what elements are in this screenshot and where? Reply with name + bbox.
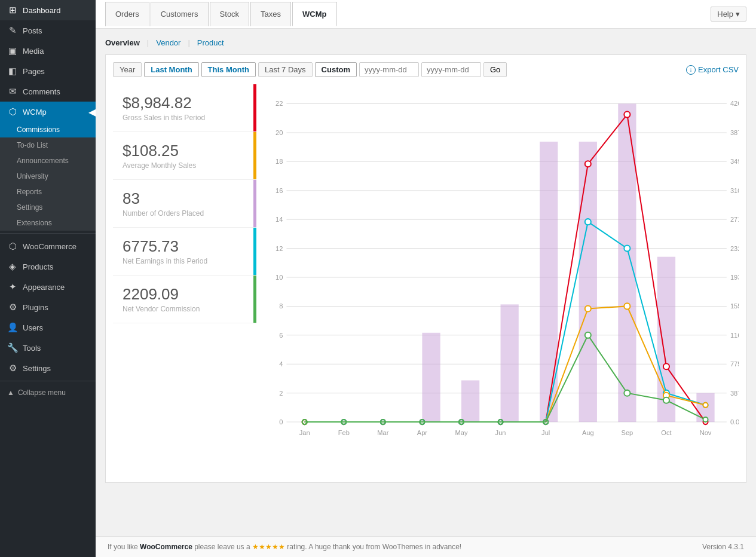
this-month-btn[interactable]: This Month bbox=[201, 62, 256, 77]
stat-avg-monthly: $108.25 Average Monthly Sales bbox=[113, 132, 256, 180]
sidebar-item-announcements[interactable]: Announcements bbox=[0, 153, 96, 169]
svg-text:1551.51: 1551.51 bbox=[730, 302, 739, 310]
last-month-btn[interactable]: Last Month bbox=[144, 62, 198, 77]
avg-monthly-label: Average Monthly Sales bbox=[123, 161, 247, 170]
date-from-input[interactable] bbox=[359, 62, 419, 77]
bar-aug bbox=[579, 142, 597, 422]
sidebar-item-tools[interactable]: 🔧 Tools bbox=[0, 338, 96, 358]
vendor-link[interactable]: Vendor bbox=[156, 38, 180, 47]
tab-wcmp[interactable]: WCMp bbox=[292, 2, 336, 26]
subnav: Overview | Vendor | Product bbox=[105, 38, 746, 47]
sidebar-item-posts[interactable]: ✎ Posts bbox=[0, 20, 96, 41]
tab-bar: Orders Customers Stock Taxes WCMp bbox=[105, 2, 338, 26]
svg-text:3878.78: 3878.78 bbox=[730, 129, 739, 136]
export-csv-label: Export CSV bbox=[698, 65, 739, 74]
sidebar-item-label: WCMp bbox=[23, 108, 47, 117]
bar-jun bbox=[501, 304, 519, 422]
svg-text:8: 8 bbox=[279, 302, 283, 310]
sidebar-item-products[interactable]: ◈ Products bbox=[0, 256, 96, 277]
footer-text-before: If you like bbox=[108, 543, 140, 551]
footer-text-mid: please leave us a bbox=[194, 543, 252, 551]
svg-text:22: 22 bbox=[276, 100, 283, 107]
sidebar-item-dashboard[interactable]: ⊞ Dashboard bbox=[0, 0, 96, 20]
sidebar-item-pages[interactable]: ◧ Pages bbox=[0, 61, 96, 81]
svg-text:0.00: 0.00 bbox=[730, 418, 739, 426]
net-vendor-value: 2209.09 bbox=[123, 285, 247, 304]
sidebar-item-plugins[interactable]: ⚙ Plugins bbox=[0, 297, 96, 317]
svg-text:1163.63: 1163.63 bbox=[730, 332, 739, 339]
dashboard-icon: ⊞ bbox=[7, 5, 18, 16]
go-button[interactable]: Go bbox=[483, 62, 507, 77]
commissions-label: Commissions bbox=[17, 126, 60, 134]
dot-orange-sep bbox=[624, 303, 630, 309]
tab-orders[interactable]: Orders bbox=[105, 2, 149, 26]
sidebar-item-users[interactable]: 👤 Users bbox=[0, 317, 96, 338]
net-earnings-label: Net Earnings in this Period bbox=[123, 257, 247, 265]
footer: If you like WooCommerce please leave us … bbox=[96, 536, 756, 557]
avg-monthly-value: $108.25 bbox=[123, 142, 247, 160]
sidebar-item-label: Dashboard bbox=[23, 6, 61, 15]
help-button[interactable]: Help ▾ bbox=[711, 7, 746, 22]
help-label: Help bbox=[717, 10, 733, 19]
products-icon: ◈ bbox=[7, 261, 18, 272]
sidebar-item-settings[interactable]: Settings bbox=[0, 200, 96, 215]
sales-chart: 22 20 18 16 14 12 10 8 6 4 2 0 bbox=[256, 84, 739, 473]
footer-brand: WooCommerce bbox=[140, 543, 192, 551]
footer-text-after: rating. A huge thank you from WooThemes … bbox=[287, 543, 461, 551]
xlabel-mar: Mar bbox=[377, 429, 388, 436]
sidebar-divider2 bbox=[0, 381, 96, 381]
footer-text: If you like WooCommerce please leave us … bbox=[108, 543, 461, 551]
xlabel-jan: Jan bbox=[299, 429, 310, 436]
sidebar-item-label: Media bbox=[23, 47, 44, 56]
appearance-icon: ✦ bbox=[7, 281, 18, 292]
svg-text:18: 18 bbox=[276, 158, 283, 165]
dot-green-aug bbox=[585, 332, 591, 338]
svg-text:1939.39: 1939.39 bbox=[730, 274, 739, 281]
dot-green-oct bbox=[663, 397, 669, 403]
svg-text:2: 2 bbox=[279, 390, 283, 397]
sidebar-item-woocommerce[interactable]: ⬡ WooCommerce bbox=[0, 236, 96, 256]
sidebar-item-comments[interactable]: ✉ Comments bbox=[0, 81, 96, 102]
product-link[interactable]: Product bbox=[197, 38, 224, 47]
subnav-sep1: | bbox=[147, 38, 149, 47]
users-icon: 👤 bbox=[7, 322, 18, 333]
svg-text:3103.03: 3103.03 bbox=[730, 187, 739, 194]
sidebar-item-label: Comments bbox=[23, 87, 60, 96]
num-orders-label: Number of Orders Placed bbox=[123, 209, 247, 218]
pages-icon: ◧ bbox=[7, 66, 18, 76]
tab-stock[interactable]: Stock bbox=[210, 2, 250, 26]
export-csv-button[interactable]: ↓ Export CSV bbox=[686, 65, 739, 75]
sidebar-item-todo[interactable]: To-do List bbox=[0, 137, 96, 153]
xlabel-oct: Oct bbox=[661, 429, 671, 436]
sidebar-item-settings-main[interactable]: ⚙ Settings bbox=[0, 358, 96, 378]
sidebar-item-wcmp[interactable]: ⬡ WCMp ◀ bbox=[0, 102, 96, 122]
custom-btn[interactable]: Custom bbox=[315, 62, 357, 77]
posts-icon: ✎ bbox=[7, 25, 18, 36]
sidebar-item-extensions[interactable]: Extensions bbox=[0, 215, 96, 231]
xlabel-may: May bbox=[455, 429, 468, 436]
last7-btn[interactable]: Last 7 Days bbox=[258, 62, 313, 77]
sidebar-item-label: Pages bbox=[23, 67, 45, 76]
sidebar-item-appearance[interactable]: ✦ Appearance bbox=[0, 277, 96, 297]
stat-net-vendor: 2209.09 Net Vendor Commission bbox=[113, 276, 256, 323]
date-to-input[interactable] bbox=[421, 62, 481, 77]
wcmp-icon: ⬡ bbox=[7, 106, 18, 117]
dot-cyan-sep bbox=[624, 246, 630, 252]
content-area: Overview | Vendor | Product Year Last Mo… bbox=[96, 29, 756, 536]
collapse-menu-button[interactable]: ▲ Collapse menu bbox=[0, 384, 96, 402]
footer-stars: ★★★★★ bbox=[252, 543, 285, 551]
svg-text:775.76: 775.76 bbox=[730, 360, 739, 368]
year-btn[interactable]: Year bbox=[113, 62, 142, 77]
svg-text:20: 20 bbox=[276, 129, 283, 136]
xlabel-jun: Jun bbox=[495, 429, 506, 436]
tab-taxes[interactable]: Taxes bbox=[250, 2, 291, 26]
date-filter-bar: Year Last Month This Month Last 7 Days C… bbox=[113, 62, 739, 77]
sidebar-item-media[interactable]: ▣ Media bbox=[0, 41, 96, 61]
sidebar-item-university[interactable]: University bbox=[0, 169, 96, 184]
sidebar-item-label: Posts bbox=[23, 26, 42, 35]
overview-link[interactable]: Overview bbox=[105, 38, 140, 47]
tab-customers[interactable]: Customers bbox=[151, 2, 209, 26]
num-orders-value: 83 bbox=[123, 189, 247, 208]
sidebar-item-reports[interactable]: Reports bbox=[0, 184, 96, 200]
sidebar-item-commissions[interactable]: Commissions bbox=[0, 122, 96, 137]
